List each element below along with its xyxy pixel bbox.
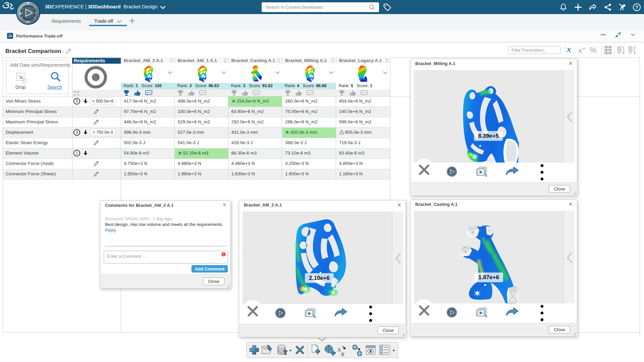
svg-text:2: 2 — [623, 50, 625, 54]
svg-text:3D: 3D — [19, 12, 22, 15]
svg-text:?: ? — [635, 5, 638, 10]
svg-text:1: 1 — [634, 50, 636, 54]
svg-text:V,R: V,R — [26, 20, 30, 23]
